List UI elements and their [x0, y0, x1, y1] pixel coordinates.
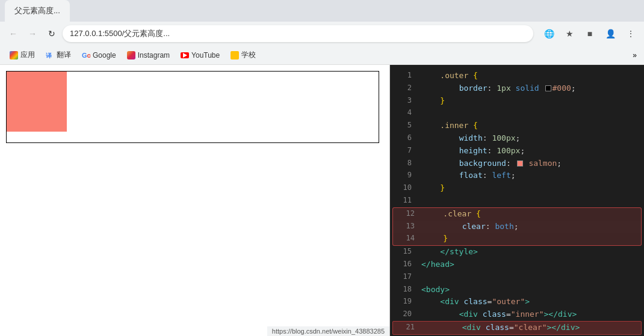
line-num-12: 12 — [398, 208, 415, 219]
line-num-9: 9 — [395, 170, 412, 181]
line-num-14: 14 — [398, 233, 415, 244]
code-text-7: height: 100px; — [421, 145, 639, 157]
code-text-14: } — [424, 233, 636, 245]
line-num-8: 8 — [395, 157, 412, 169]
line-num-15: 15 — [395, 246, 412, 257]
code-text-9: float: left; — [421, 170, 639, 182]
line-num-2: 2 — [395, 82, 412, 94]
code-line-20: 20 <div class="inner"></div> — [390, 308, 644, 321]
instagram-icon — [127, 51, 135, 60]
code-line-8: 8 background: salmon; — [390, 157, 644, 170]
code-text-19: <div class="outer"> — [421, 296, 639, 308]
line-num-20: 20 — [395, 308, 412, 320]
code-text-1: .outer { — [421, 70, 639, 82]
svg-text:Goog: Goog — [82, 52, 90, 59]
translate-icon: 译 — [46, 51, 54, 60]
code-text-3: } — [421, 95, 639, 108]
code-text-17 — [421, 271, 639, 284]
bookmarks-more-button[interactable]: » — [630, 50, 639, 61]
nav-actions: 🌐 ★ ■ 👤 ⋮ — [540, 25, 639, 42]
code-line-9: 9 float: left; — [390, 170, 644, 182]
bookmark-school[interactable]: 学校 — [226, 48, 261, 63]
bookmark-instagram-label: Instagram — [138, 51, 170, 60]
line-num-16: 16 — [395, 258, 412, 270]
line-num-18: 18 — [395, 284, 412, 295]
code-line-7: 7 height: 100px; — [390, 145, 644, 157]
bookmark-youtube[interactable]: YouTube — [176, 48, 224, 63]
menu-button[interactable]: ⋮ — [622, 25, 639, 42]
code-text-2: border: 1px solid #000; — [421, 82, 639, 95]
code-line-2: 2 border: 1px solid #000; — [390, 82, 644, 95]
code-line-6: 6 width: 100px; — [390, 132, 644, 145]
code-text-12: .clear { — [424, 208, 636, 221]
bookmark-translate-label: 翻译 — [57, 50, 71, 60]
code-line-15: 15 </style> — [390, 246, 644, 258]
code-line-21: 21 <div class="clear"></div> — [392, 321, 642, 335]
code-text-13: clear: both; — [424, 221, 636, 233]
color-swatch-border — [545, 85, 551, 91]
code-text-5: .inner { — [421, 120, 639, 132]
bookmarks-bar: 应用 译 翻译 Goog Google Instagram — [0, 46, 644, 65]
code-text-8: background: salmon; — [421, 157, 639, 170]
inner-box — [7, 72, 67, 132]
code-line-12: 12 .clear { — [392, 207, 642, 221]
reload-button[interactable]: ↻ — [43, 25, 60, 42]
tab-bar: 父元素高度... — [0, 0, 644, 22]
code-text-11 — [421, 195, 639, 207]
youtube-icon — [181, 52, 189, 58]
profile-button[interactable]: 👤 — [602, 25, 619, 42]
code-text-4 — [421, 107, 639, 120]
back-button[interactable]: ← — [5, 25, 22, 42]
bookmark-translate[interactable]: 译 翻译 — [41, 48, 76, 63]
line-num-7: 7 — [395, 145, 412, 156]
forward-button[interactable]: → — [24, 25, 41, 42]
bookmark-google-label: Google — [93, 51, 116, 60]
bookmark-google[interactable]: Goog Google — [77, 48, 121, 63]
line-num-3: 3 — [395, 95, 412, 106]
svg-text:译: 译 — [46, 52, 52, 59]
bookmark-apps[interactable]: 应用 — [5, 48, 40, 63]
browser-tab[interactable]: 父元素高度... — [5, 0, 70, 22]
line-num-19: 19 — [395, 296, 412, 307]
code-line-18: 18 <body> — [390, 284, 644, 296]
line-num-21: 21 — [398, 322, 415, 333]
status-url: https://blog.csdn.net/weixin_43883285 — [272, 328, 385, 335]
code-text-15: </style> — [421, 246, 639, 258]
address-bar[interactable] — [63, 25, 533, 42]
line-num-1: 1 — [395, 70, 412, 81]
code-text-10: } — [421, 182, 639, 195]
line-num-4: 4 — [395, 107, 412, 118]
code-line-3: 3 } — [390, 95, 644, 108]
code-text-21: <div class="clear"></div> — [424, 322, 636, 334]
tab-title: 父元素高度... — [14, 5, 60, 16]
color-swatch-salmon — [517, 160, 523, 166]
apps-icon — [10, 51, 18, 60]
code-editor[interactable]: 1 .outer { 2 border: 1px solid #000; 3 }… — [390, 65, 644, 336]
bookmark-instagram[interactable]: Instagram — [122, 48, 175, 63]
outer-box — [6, 71, 379, 143]
code-line-13: 13 clear: both; — [392, 221, 642, 233]
line-num-17: 17 — [395, 271, 412, 283]
extension-button[interactable]: ■ — [581, 25, 598, 42]
code-line-11: 11 — [390, 195, 644, 207]
code-text-18: <body> — [421, 284, 639, 296]
code-text-6: width: 100px; — [421, 132, 639, 145]
translate-button[interactable]: 🌐 — [540, 25, 557, 42]
code-line-17: 17 — [390, 271, 644, 284]
bookmark-button[interactable]: ★ — [561, 25, 578, 42]
code-text-16: </head> — [421, 258, 639, 271]
status-bar: https://blog.csdn.net/weixin_43883285 — [267, 326, 389, 336]
browser-viewport: https://blog.csdn.net/weixin_43883285 — [0, 65, 390, 336]
main-content: https://blog.csdn.net/weixin_43883285 1 … — [0, 65, 644, 336]
school-icon — [231, 51, 239, 60]
browser-chrome: 父元素高度... ← → ↻ 🌐 ★ ■ 👤 ⋮ 应用 译 翻译 — [0, 0, 644, 65]
line-num-10: 10 — [395, 182, 412, 194]
line-num-5: 5 — [395, 120, 412, 131]
code-line-16: 16 </head> — [390, 258, 644, 271]
bookmark-apps-label: 应用 — [20, 50, 35, 60]
line-num-6: 6 — [395, 132, 412, 144]
page-content — [0, 65, 389, 149]
code-line-4: 4 — [390, 107, 644, 120]
code-line-14: 14 } — [392, 233, 642, 246]
line-num-11: 11 — [395, 195, 412, 206]
